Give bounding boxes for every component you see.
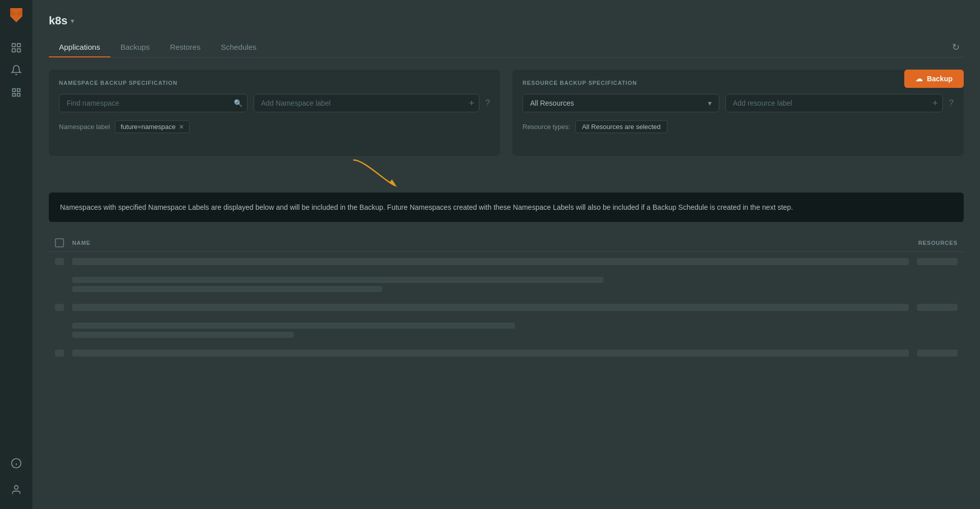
- resource-input-row: All Resources ▾ + ?: [523, 94, 954, 112]
- namespace-panel-title: NAMESPACE BACKUP SPECIFICATION: [59, 80, 490, 86]
- resource-panel-title: RESOURCE BACKUP SPECIFICATION: [523, 80, 954, 86]
- resource-label-wrap: +: [725, 94, 943, 112]
- sidebar-item-user[interactable]: [7, 481, 25, 499]
- cluster-name: k8s: [49, 14, 68, 27]
- skeleton-name: [72, 304, 909, 311]
- svg-rect-4: [17, 44, 20, 47]
- resource-panel: RESOURCE BACKUP SPECIFICATION All Resour…: [512, 70, 964, 156]
- skeleton-checkbox: [55, 258, 64, 265]
- content-area: ☁ Backup NAMESPACE BACKUP SPECIFICATION …: [33, 57, 980, 509]
- skeleton-name: [72, 349, 909, 357]
- table-row: [49, 343, 964, 363]
- namespace-search-wrap: 🔍: [59, 94, 248, 112]
- info-box: Namespaces with specified Namespace Labe…: [49, 193, 964, 222]
- search-icon: 🔍: [234, 99, 242, 107]
- tab-applications[interactable]: Applications: [49, 38, 110, 57]
- sidebar-item-dashboard[interactable]: [7, 39, 25, 57]
- backup-button[interactable]: ☁ Backup: [904, 70, 964, 88]
- namespace-input-row: 🔍 + ?: [59, 94, 490, 112]
- skeleton-name: [72, 258, 909, 265]
- tab-schedules[interactable]: Schedules: [210, 38, 266, 57]
- sidebar-item-info[interactable]: [7, 454, 25, 472]
- resource-dropdown-chevron: ▾: [708, 99, 712, 107]
- skeleton-checkbox: [55, 304, 64, 311]
- cluster-chevron-icon: ▾: [71, 17, 74, 25]
- col-name-header: NAME: [72, 240, 889, 246]
- cluster-selector[interactable]: k8s ▾: [49, 14, 964, 27]
- namespace-tag: future=namespace ✕: [115, 120, 189, 133]
- skeleton-line: [72, 286, 382, 292]
- table-row: [49, 317, 964, 343]
- skeleton-resources: [917, 258, 958, 265]
- info-box-text: Namespaces with specified Namespace Labe…: [60, 203, 793, 211]
- resource-badge: All Resources are selected: [575, 120, 667, 133]
- table-row: [49, 272, 964, 298]
- main-content: k8s ▾ Applications Backups Restores Sche…: [33, 0, 980, 509]
- table-row: [49, 252, 964, 272]
- namespace-help-icon[interactable]: ?: [485, 99, 490, 108]
- resource-type-dropdown[interactable]: All Resources ▾: [523, 94, 719, 112]
- tooltip-area: [49, 160, 964, 190]
- skeleton-resources: [917, 349, 958, 357]
- svg-rect-6: [17, 49, 20, 52]
- namespace-panel: NAMESPACE BACKUP SPECIFICATION 🔍 + ? Nam…: [49, 70, 500, 156]
- sidebar: [0, 0, 33, 509]
- tabs: Applications Backups Restores Schedules: [49, 38, 948, 57]
- tag-close-icon[interactable]: ✕: [179, 124, 184, 130]
- namespace-label-title: Namespace label: [59, 123, 110, 131]
- sidebar-bottom: [7, 454, 25, 503]
- app-logo[interactable]: [7, 6, 25, 24]
- backup-cloud-icon: ☁: [915, 75, 923, 83]
- add-namespace-label-icon[interactable]: +: [469, 99, 475, 108]
- tab-backups[interactable]: Backups: [110, 38, 160, 57]
- namespace-label-wrap: +: [254, 94, 480, 112]
- add-resource-label-icon[interactable]: +: [933, 99, 938, 108]
- resource-label-input[interactable]: [725, 94, 943, 112]
- skeleton-line: [72, 332, 294, 338]
- tag-value: future=namespace: [120, 123, 175, 131]
- namespace-search-input[interactable]: [59, 94, 248, 112]
- svg-rect-5: [12, 49, 15, 52]
- refresh-button[interactable]: ↻: [948, 40, 964, 55]
- tab-restores[interactable]: Restores: [160, 38, 210, 57]
- resource-type-label: Resource types:: [523, 123, 570, 131]
- resource-dropdown-value: All Resources: [530, 99, 574, 107]
- skeleton-checkbox: [55, 349, 64, 357]
- svg-point-10: [14, 486, 18, 489]
- svg-rect-3: [12, 44, 15, 47]
- table-row: [49, 298, 964, 317]
- skeleton-line: [72, 277, 603, 283]
- header: k8s ▾: [33, 0, 980, 38]
- sidebar-item-alerts[interactable]: [7, 61, 25, 79]
- resource-type-row: Resource types: All Resources are select…: [523, 120, 954, 133]
- arrow-indicator: [344, 155, 405, 190]
- backup-button-label: Backup: [927, 75, 953, 83]
- table-section: NAME RESOURCES: [49, 234, 964, 363]
- select-all-checkbox[interactable]: [55, 238, 64, 247]
- namespace-label-input[interactable]: [254, 94, 480, 112]
- svg-marker-11: [389, 179, 397, 187]
- skeleton-resources: [917, 304, 958, 311]
- resource-help-icon[interactable]: ?: [949, 99, 954, 108]
- table-header: NAME RESOURCES: [49, 234, 964, 252]
- skeleton-line: [72, 323, 515, 329]
- col-resources-header: RESOURCES: [897, 240, 958, 246]
- namespace-label-row: Namespace label future=namespace ✕: [59, 120, 490, 133]
- spec-panels: NAMESPACE BACKUP SPECIFICATION 🔍 + ? Nam…: [49, 70, 964, 156]
- sidebar-item-apps[interactable]: [7, 83, 25, 102]
